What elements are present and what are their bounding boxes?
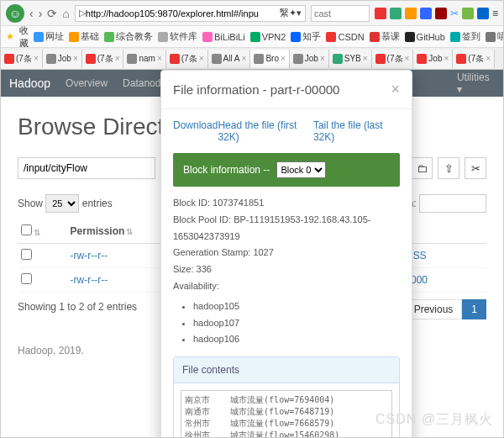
tab-close-icon[interactable]: × bbox=[73, 54, 78, 63]
browser-tab[interactable]: (7条× bbox=[82, 50, 124, 68]
bookmark-item[interactable]: 嘻唰唰 bbox=[486, 30, 503, 43]
ext-icon[interactable] bbox=[477, 8, 489, 19]
new-folder-button[interactable]: 🗀 bbox=[411, 157, 433, 179]
download-link[interactable]: Download bbox=[173, 119, 218, 143]
table-search-input[interactable] bbox=[419, 194, 486, 213]
host-item: hadoop107 bbox=[193, 315, 400, 332]
tab-close-icon[interactable]: × bbox=[363, 54, 368, 63]
row-checkbox[interactable] bbox=[21, 249, 32, 260]
tab-label: All A bbox=[223, 54, 240, 63]
upload-button[interactable]: ⇧ bbox=[438, 157, 459, 179]
bookmark-item[interactable]: 综合教务 bbox=[104, 30, 153, 43]
browser-tab[interactable]: All A× bbox=[208, 50, 251, 68]
generation-stamp: Generation Stamp: 1027 bbox=[173, 245, 400, 261]
block-size: Size: 336 bbox=[173, 261, 400, 278]
host-item: hadoop106 bbox=[193, 331, 400, 348]
brand-label[interactable]: Hadoop bbox=[9, 77, 50, 90]
bookmark-item[interactable]: 知乎 bbox=[291, 30, 321, 43]
bookmark-item[interactable]: BiLiBiLi bbox=[202, 32, 245, 42]
browser-tab[interactable]: (7条× bbox=[453, 50, 495, 68]
url-input[interactable] bbox=[86, 8, 280, 18]
url-bar[interactable]: ▷ 繄 ✦ ▾ bbox=[75, 5, 306, 22]
chevron-down-icon[interactable]: ▾ bbox=[297, 8, 302, 18]
bookmark-icon[interactable]: 繄 bbox=[280, 7, 289, 19]
show-label-pre: Show bbox=[18, 198, 43, 209]
nav-utilities[interactable]: Utilities ▾ bbox=[457, 71, 495, 95]
tab-close-icon[interactable]: × bbox=[157, 54, 162, 63]
tab-label: (7条 bbox=[468, 53, 484, 65]
tab-label: Job bbox=[58, 54, 71, 63]
back-icon[interactable]: ‹ bbox=[29, 7, 34, 20]
bookmark-item[interactable]: 签到 bbox=[450, 30, 480, 43]
ext-icon[interactable] bbox=[405, 8, 417, 19]
prev-button[interactable]: Previous bbox=[405, 299, 463, 319]
tab-close-icon[interactable]: × bbox=[199, 54, 204, 63]
bookmark-item[interactable]: VPN2 bbox=[250, 32, 286, 42]
bookmark-label: 嘻唰唰 bbox=[497, 30, 503, 43]
head-file-link[interactable]: Head the file (first 32K) bbox=[218, 119, 313, 143]
tab-close-icon[interactable]: × bbox=[115, 54, 120, 63]
browser-tab[interactable]: (7条× bbox=[372, 50, 414, 68]
browser-tab[interactable]: SYB× bbox=[329, 50, 372, 68]
col-checkbox[interactable]: ⇅ bbox=[18, 219, 67, 244]
tab-close-icon[interactable]: × bbox=[486, 54, 491, 63]
tab-close-icon[interactable]: × bbox=[320, 54, 325, 63]
browser-toolbar: ☺ ‹ › ⟳ ⌂ ▷ 繄 ✦ ▾ ✂ ≡ bbox=[1, 1, 503, 26]
browser-tab[interactable]: nam× bbox=[123, 50, 165, 68]
tail-file-link[interactable]: Tail the file (last 32K) bbox=[313, 119, 400, 143]
forward-icon[interactable]: › bbox=[39, 7, 43, 20]
sort-icon[interactable]: ⇅ bbox=[34, 228, 40, 237]
bookmark-item[interactable]: GitHub bbox=[405, 32, 445, 42]
row-checkbox[interactable] bbox=[21, 273, 32, 284]
browser-tab[interactable]: Job× bbox=[290, 50, 329, 68]
ext-icon[interactable] bbox=[420, 8, 432, 19]
scissors-icon[interactable]: ✂ bbox=[450, 8, 459, 19]
tab-close-icon[interactable]: × bbox=[34, 54, 39, 63]
show-label-post: entries bbox=[82, 198, 113, 209]
bookmark-item[interactable]: 慕课 bbox=[370, 30, 400, 43]
bookmarks-bar: ★ 收藏 网址基础综合教务软件库BiLiBiLiVPN2知乎CSDN慕课GitH… bbox=[1, 26, 503, 48]
file-contents-text[interactable] bbox=[181, 390, 392, 438]
browser-tab[interactable]: (7条× bbox=[166, 50, 208, 68]
ext-icon[interactable] bbox=[390, 8, 402, 19]
nav-overview[interactable]: Overview bbox=[66, 77, 108, 89]
ext-icon[interactable] bbox=[375, 8, 386, 19]
bookmark-item[interactable]: 基础 bbox=[69, 30, 99, 43]
ext-icon[interactable] bbox=[462, 8, 474, 19]
page-length-select[interactable]: 25 bbox=[45, 194, 79, 213]
browser-tab[interactable]: Bro× bbox=[250, 50, 289, 68]
path-input[interactable] bbox=[18, 157, 155, 179]
close-icon[interactable]: × bbox=[391, 81, 400, 98]
block-select[interactable]: Block 0 bbox=[276, 161, 326, 178]
bookmark-item[interactable]: 网址 bbox=[34, 30, 64, 43]
bookmark-label: 基础 bbox=[81, 30, 99, 43]
rss-icon[interactable]: ✦ bbox=[289, 8, 297, 18]
permission-cell[interactable]: -rw-r--r-- bbox=[71, 250, 108, 261]
sort-icon[interactable]: ⇅ bbox=[126, 227, 133, 236]
tab-strip: (7条×Job×(7条×nam×(7条×All A×Bro×Job×SYB×(7… bbox=[1, 48, 503, 70]
browser-tab[interactable]: Job× bbox=[413, 50, 453, 68]
bookmark-item[interactable]: 软件库 bbox=[158, 30, 197, 43]
tab-close-icon[interactable]: × bbox=[405, 54, 410, 63]
home-icon[interactable]: ⌂ bbox=[62, 7, 69, 20]
bookmark-item[interactable]: CSDN bbox=[326, 32, 364, 42]
favorites-label: 收藏 bbox=[19, 26, 29, 48]
permission-cell[interactable]: -rw-r--r-- bbox=[71, 274, 108, 286]
bookmark-icon bbox=[291, 32, 301, 42]
menu-icon[interactable]: ≡ bbox=[492, 8, 498, 19]
cut-button[interactable]: ✂ bbox=[465, 157, 486, 179]
browser-search[interactable] bbox=[311, 5, 370, 22]
browser-tab[interactable]: Job× bbox=[43, 50, 82, 68]
bookmark-label: 综合教务 bbox=[116, 30, 153, 43]
bookmark-label: VPN2 bbox=[262, 32, 286, 42]
bookmark-icon bbox=[69, 32, 79, 42]
tab-label: (7条 bbox=[181, 53, 197, 65]
tab-close-icon[interactable]: × bbox=[281, 54, 286, 63]
tab-close-icon[interactable]: × bbox=[444, 54, 449, 63]
browser-tab[interactable]: (7条× bbox=[1, 50, 43, 68]
page-1-button[interactable]: 1 bbox=[462, 299, 486, 319]
select-all-checkbox[interactable] bbox=[21, 224, 32, 235]
tab-close-icon[interactable]: × bbox=[242, 54, 247, 63]
ext-icon[interactable] bbox=[435, 8, 447, 19]
reload-icon[interactable]: ⟳ bbox=[47, 7, 57, 20]
